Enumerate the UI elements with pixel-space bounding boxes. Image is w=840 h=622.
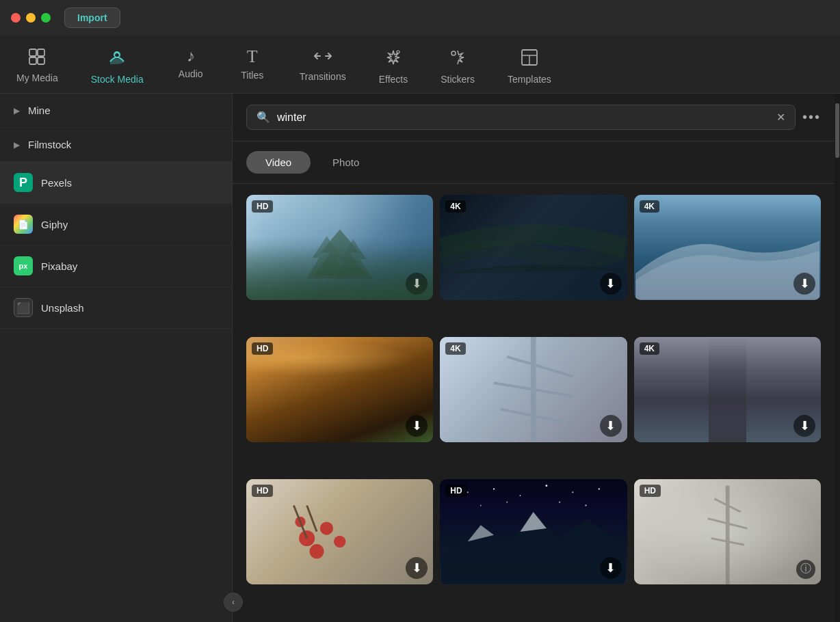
filter-tab-video[interactable]: Video	[246, 151, 311, 174]
my-media-icon	[28, 48, 46, 68]
sidebar-label-pixabay: Pixabay	[41, 260, 77, 272]
nav-item-transitions[interactable]: Transitions	[283, 42, 363, 90]
giphy-icon: 📄	[14, 215, 33, 234]
svg-marker-10	[313, 230, 366, 275]
download-button[interactable]: ⬇	[406, 415, 428, 437]
media-card-8[interactable]: HD ⬇	[440, 479, 627, 584]
svg-point-29	[599, 488, 600, 489]
svg-point-18	[320, 522, 333, 535]
svg-rect-1	[38, 49, 44, 56]
svg-point-27	[546, 485, 548, 487]
sidebar-item-giphy[interactable]: 📄 Giphy	[0, 204, 232, 245]
download-button[interactable]: ⬇	[600, 273, 622, 295]
svg-rect-2	[29, 57, 36, 64]
traffic-lights	[11, 13, 51, 23]
media-card-3[interactable]: 4K ⬇	[634, 195, 821, 300]
stickers-icon	[448, 48, 467, 70]
nav-item-titles[interactable]: T Titles	[222, 42, 283, 89]
download-button[interactable]: ⬇	[406, 557, 428, 579]
media-card-2[interactable]: 4K ⬇	[440, 195, 627, 300]
nav-label-stickers: Stickers	[441, 74, 475, 85]
nav-item-templates[interactable]: Templates	[491, 42, 568, 93]
sidebar-label-mine: Mine	[28, 105, 51, 116]
minimize-button[interactable]	[26, 13, 36, 23]
svg-point-31	[507, 502, 508, 503]
sidebar-item-filmstock[interactable]: ▶ Filmstock	[0, 128, 232, 162]
svg-rect-3	[38, 57, 44, 64]
top-nav: My Media Stock Media ♪ Audio T Titles Tr…	[0, 36, 840, 94]
templates-icon	[520, 48, 539, 70]
media-card-5[interactable]: 4K ⬇	[440, 337, 627, 442]
svg-point-32	[559, 502, 560, 503]
search-bar: 🔍 ✕ •••	[233, 94, 835, 141]
svg-point-24	[467, 491, 469, 493]
pixabay-icon: px	[14, 256, 33, 275]
titlebar: Import	[0, 0, 840, 36]
effects-icon	[384, 48, 403, 70]
svg-point-5	[397, 51, 399, 53]
sidebar-label-pexels: Pexels	[41, 177, 72, 189]
svg-point-6	[451, 51, 456, 55]
download-button[interactable]: ⬇	[600, 557, 622, 579]
content-area: 🔍 ✕ ••• Video Photo	[233, 94, 835, 622]
titles-icon: T	[247, 48, 258, 66]
nav-item-my-media[interactable]: My Media	[0, 42, 75, 92]
nav-label-transitions: Transitions	[300, 71, 346, 82]
quality-badge: HD	[252, 342, 273, 355]
scrollbar-thumb[interactable]	[835, 103, 839, 158]
more-options-button[interactable]: •••	[802, 109, 821, 125]
svg-point-28	[573, 491, 574, 493]
media-card-1[interactable]: HD ⬇	[246, 195, 433, 300]
quality-badge: 4K	[445, 342, 465, 355]
media-card-6[interactable]: 4K ⬇	[634, 337, 821, 442]
quality-badge: HD	[252, 485, 273, 497]
media-card-7[interactable]: HD ⬇	[246, 479, 433, 584]
audio-icon: ♪	[187, 48, 195, 64]
unsplash-icon: ⬛	[14, 298, 33, 317]
media-card-4[interactable]: HD ⬇	[246, 337, 433, 442]
sidebar-label-unsplash: Unsplash	[41, 302, 84, 314]
download-button[interactable]: ⬇	[793, 273, 815, 295]
nav-item-stickers[interactable]: Stickers	[424, 42, 491, 93]
svg-point-26	[520, 495, 521, 496]
svg-point-20	[334, 536, 345, 547]
nav-item-stock-media[interactable]: Stock Media	[75, 42, 160, 93]
quality-badge: HD	[640, 485, 661, 497]
filter-tab-photo[interactable]: Photo	[313, 151, 378, 174]
download-button[interactable]: ⬇	[793, 415, 815, 437]
sidebar-item-pixabay[interactable]: px Pixabay	[0, 245, 232, 287]
download-button[interactable]: ⬇	[406, 273, 428, 295]
sidebar-item-mine[interactable]: ▶ Mine	[0, 94, 232, 128]
quality-badge: HD	[252, 200, 273, 213]
nav-label-titles: Titles	[241, 70, 263, 81]
collapse-sidebar-button[interactable]: ‹	[224, 593, 243, 612]
quality-badge: 4K	[445, 200, 465, 213]
scrollbar-track	[835, 94, 840, 622]
clear-search-button[interactable]: ✕	[776, 111, 785, 124]
nav-item-audio[interactable]: ♪ Audio	[160, 42, 222, 87]
sidebar-item-pexels[interactable]: P Pexels	[0, 162, 232, 204]
media-grid: HD ⬇ 4K ⬇	[233, 184, 835, 622]
nav-item-effects[interactable]: Effects	[363, 42, 425, 93]
sidebar-label-filmstock: Filmstock	[28, 139, 71, 150]
import-button[interactable]: Import	[64, 8, 120, 28]
svg-line-23	[307, 505, 317, 531]
sidebar: ▶ Mine ▶ Filmstock P Pexels 📄 Giphy px P…	[0, 94, 233, 622]
download-button[interactable]: ⬇	[600, 415, 622, 437]
search-input-wrapper: 🔍 ✕	[246, 105, 796, 130]
error-badge: ⓘ	[796, 560, 815, 579]
nav-label-audio: Audio	[179, 68, 203, 79]
chevron-right-icon: ▶	[14, 140, 20, 150]
search-input[interactable]	[277, 111, 770, 124]
pexels-icon: P	[14, 173, 33, 192]
svg-point-30	[480, 504, 482, 506]
quality-badge: HD	[445, 485, 467, 497]
nav-label-effects: Effects	[379, 74, 408, 85]
close-button[interactable]	[11, 13, 21, 23]
svg-line-14	[508, 357, 573, 377]
nav-label-stock-media: Stock Media	[91, 74, 144, 85]
sidebar-item-unsplash[interactable]: ⬛ Unsplash	[0, 287, 232, 329]
sidebar-label-giphy: Giphy	[41, 219, 68, 230]
media-card-9[interactable]: HD ⓘ	[634, 479, 821, 584]
fullscreen-button[interactable]	[41, 13, 51, 23]
